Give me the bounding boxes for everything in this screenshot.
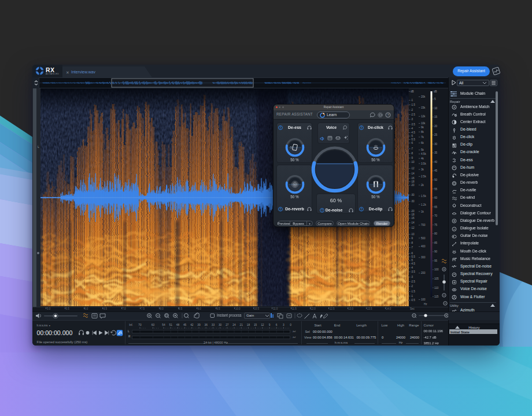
svg-text:-18: -18 xyxy=(411,180,415,183)
svg-text:dB: dB xyxy=(411,90,414,93)
svg-text:15k: 15k xyxy=(421,106,426,109)
svg-text:-16: -16 xyxy=(411,217,415,220)
svg-text:80: 80 xyxy=(434,232,438,235)
svg-text:-3.5: -3.5 xyxy=(411,270,415,273)
svg-text:45: 45 xyxy=(434,169,438,172)
svg-text:15: 15 xyxy=(434,116,438,118)
svg-text:-12: -12 xyxy=(411,167,415,170)
svg-text:500: 500 xyxy=(421,237,426,240)
svg-text:-6: -6 xyxy=(411,252,413,255)
svg-text:40: 40 xyxy=(434,161,438,164)
svg-text:100: 100 xyxy=(434,268,439,271)
svg-text:10k: 10k xyxy=(421,122,426,125)
svg-text:-2.5: -2.5 xyxy=(411,113,415,116)
svg-text:20: 20 xyxy=(434,125,438,128)
svg-text:-30: -30 xyxy=(411,194,415,196)
svg-text:60: 60 xyxy=(434,196,438,199)
svg-text:2k: 2k xyxy=(421,184,424,187)
svg-text:-2.5: -2.5 xyxy=(411,280,415,283)
svg-text:115: 115 xyxy=(434,295,439,298)
svg-text:9k: 9k xyxy=(421,126,424,129)
svg-text:-4.5: -4.5 xyxy=(411,131,415,134)
svg-text:5k: 5k xyxy=(421,148,424,151)
svg-text:-5: -5 xyxy=(411,135,413,138)
svg-text:95: 95 xyxy=(434,259,438,262)
svg-text:-14: -14 xyxy=(411,221,415,224)
svg-text:2.5k: 2.5k xyxy=(421,175,426,178)
svg-text:-5.5: -5.5 xyxy=(411,138,415,141)
svg-text:50: 50 xyxy=(290,146,293,149)
svg-text:110: 110 xyxy=(434,287,439,289)
svg-text:-1.5: -1.5 xyxy=(411,103,415,106)
svg-text:70: 70 xyxy=(434,214,438,217)
svg-text:-14: -14 xyxy=(411,172,415,175)
svg-text:-1.5: -1.5 xyxy=(411,290,415,293)
svg-text:1.2k: 1.2k xyxy=(421,203,426,206)
svg-text:1.5k: 1.5k xyxy=(421,195,426,198)
svg-text:105: 105 xyxy=(434,277,439,280)
svg-text:-1: -1 xyxy=(411,295,413,298)
svg-text:90: 90 xyxy=(434,250,438,253)
svg-text:-20: -20 xyxy=(411,184,415,187)
svg-text:-20: -20 xyxy=(411,210,415,213)
svg-text:-2: -2 xyxy=(411,109,413,112)
svg-text:3.5k: 3.5k xyxy=(421,162,426,165)
svg-text:4k: 4k xyxy=(421,157,424,160)
svg-text:-12: -12 xyxy=(411,226,415,229)
svg-text:?: ? xyxy=(387,113,390,117)
svg-text:3k: 3k xyxy=(421,168,424,171)
svg-text:55: 55 xyxy=(434,188,438,191)
svg-text:-3: -3 xyxy=(411,118,413,121)
svg-text:6k: 6k xyxy=(421,142,424,144)
svg-text:100: 100 xyxy=(421,298,426,301)
svg-text:200: 200 xyxy=(421,272,426,274)
svg-text:-4: -4 xyxy=(411,266,413,269)
svg-text:5: 5 xyxy=(434,98,436,101)
svg-text:-10: -10 xyxy=(411,161,415,164)
svg-text:-5: -5 xyxy=(411,259,413,262)
svg-text:-9: -9 xyxy=(411,237,413,240)
svg-text:-3.5: -3.5 xyxy=(411,123,415,126)
svg-text:1k: 1k xyxy=(421,210,424,213)
svg-text:Hz: Hz xyxy=(424,303,427,306)
svg-text:35: 35 xyxy=(434,151,438,154)
svg-text:7k: 7k xyxy=(421,136,424,139)
svg-text:85: 85 xyxy=(434,242,438,244)
svg-text:12k: 12k xyxy=(421,115,426,118)
svg-text:-5.5: -5.5 xyxy=(411,255,415,258)
svg-text:-30: -30 xyxy=(411,200,415,203)
svg-text:dB: dB xyxy=(434,90,437,93)
svg-text:-6: -6 xyxy=(411,142,413,144)
svg-text:-16: -16 xyxy=(411,177,415,180)
svg-text:-9: -9 xyxy=(411,157,413,159)
svg-text:50: 50 xyxy=(434,179,438,181)
svg-text:-0.5: -0.5 xyxy=(411,299,415,302)
svg-text:-7: -7 xyxy=(411,246,413,249)
svg-text:-7: -7 xyxy=(411,147,413,150)
svg-text:25: 25 xyxy=(434,133,438,136)
svg-text:-2: -2 xyxy=(411,285,413,288)
svg-text:-3: -3 xyxy=(411,276,413,278)
svg-text:-8: -8 xyxy=(411,152,413,155)
svg-text:-4.5: -4.5 xyxy=(411,262,415,265)
svg-text:-8: -8 xyxy=(411,242,413,244)
svg-text:30: 30 xyxy=(434,143,438,146)
svg-text:-10: -10 xyxy=(411,233,415,236)
svg-text:700: 700 xyxy=(421,224,426,226)
svg-text:-1: -1 xyxy=(411,99,413,102)
svg-text:65: 65 xyxy=(434,206,438,209)
svg-text:8k: 8k xyxy=(421,131,424,133)
svg-text:4.5k: 4.5k xyxy=(421,153,426,155)
svg-text:300: 300 xyxy=(421,256,426,259)
svg-text:400: 400 xyxy=(421,245,426,248)
svg-text:75: 75 xyxy=(434,224,438,226)
svg-text:-18: -18 xyxy=(411,213,415,216)
svg-text:10: 10 xyxy=(434,107,438,110)
svg-text:-4: -4 xyxy=(411,127,413,130)
svg-text:20k: 20k xyxy=(421,95,426,98)
